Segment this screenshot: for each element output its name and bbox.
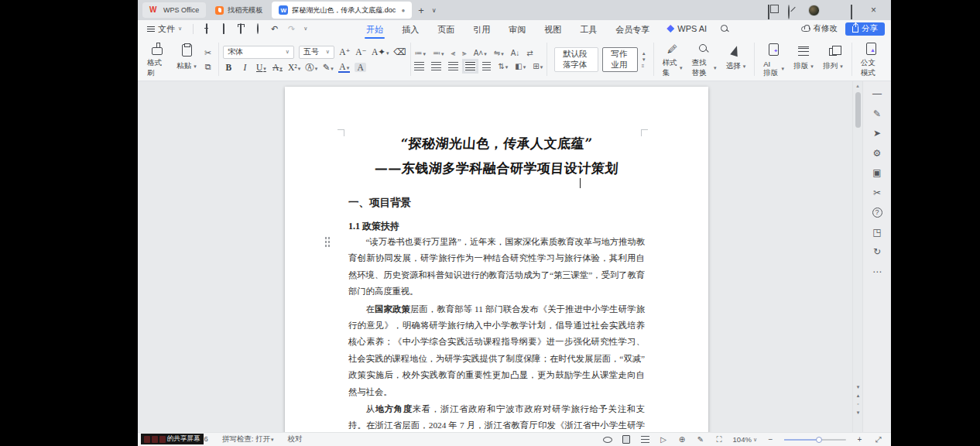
paragraph-shading-icon[interactable]: ◧ — [515, 62, 526, 70]
ink-pen-icon[interactable]: ✎ — [696, 435, 706, 444]
sticker-icon[interactable]: ◳ — [871, 228, 883, 238]
underline-button[interactable]: U — [255, 63, 267, 72]
saved-status[interactable]: 有修改 — [801, 23, 838, 34]
redo-button[interactable]: ↷ — [286, 24, 296, 34]
numbered-list-icon[interactable]: ≕ — [433, 49, 444, 57]
minimize-button[interactable] — [831, 5, 840, 15]
border-icon[interactable]: ⊞ — [533, 62, 543, 70]
tab-review[interactable]: 审阅 — [499, 22, 535, 36]
tab-insert[interactable]: 插入 — [392, 22, 428, 36]
zoom-slider[interactable] — [784, 439, 846, 441]
scrollbar-thumb[interactable] — [855, 92, 861, 128]
paragraph-drag-handle[interactable] — [324, 236, 331, 247]
close-button[interactable]: × — [871, 5, 880, 15]
fit-page-icon[interactable]: ⛶ — [714, 435, 725, 444]
next-page-button[interactable]: ▾ — [857, 410, 860, 415]
edit-pen-icon[interactable]: ✎ — [871, 109, 883, 119]
select-arrow-icon[interactable]: ➤ — [871, 129, 883, 139]
tab-wps-ai[interactable]: WPS AI — [659, 24, 714, 33]
circled-char-button[interactable]: Ⓐ — [305, 62, 317, 74]
zoom-slider-knob[interactable] — [816, 437, 822, 443]
fullscreen-icon[interactable]: ⤢ — [873, 435, 883, 444]
tab-tools[interactable]: 工具 — [571, 22, 606, 36]
bold-button[interactable]: B — [223, 63, 235, 72]
zoom-in-button[interactable]: + — [855, 435, 865, 444]
find-replace-button[interactable]: 查找替换 — [687, 39, 721, 79]
increase-font-icon[interactable]: A⁺ — [339, 46, 351, 57]
tab-references[interactable]: 引用 — [464, 22, 499, 36]
maximize-button[interactable] — [851, 5, 860, 15]
browse-object-button[interactable]: ▫ — [857, 401, 858, 407]
char-scale-icon[interactable]: A˄ — [474, 49, 487, 57]
tab-docer-templates[interactable]: 找稻壳模板 — [208, 2, 269, 18]
zoom-out-button[interactable]: − — [766, 435, 776, 444]
customize-toolbar-caret[interactable]: ∨ — [303, 26, 307, 32]
proofread-button[interactable]: 校对 — [288, 434, 303, 444]
char-shading-button[interactable]: A — [355, 63, 366, 72]
sync-icon[interactable]: ↻ — [871, 247, 883, 257]
tab-wps-home[interactable]: W WPS Office — [142, 2, 206, 18]
search-icon[interactable] — [721, 25, 729, 33]
align-left-icon[interactable] — [414, 62, 424, 70]
gallery-up-icon[interactable]: ▲ — [642, 51, 646, 56]
clear-format-icon[interactable]: ⌫ — [393, 46, 406, 57]
vertical-scrollbar[interactable]: ▲ ▾ ▴ ▫ ▾ — [852, 81, 862, 432]
save-button[interactable] — [201, 24, 211, 34]
tab-member[interactable]: 会员专享 — [606, 22, 659, 36]
user-avatar[interactable] — [808, 5, 820, 16]
copy-icon[interactable]: ⧉ — [204, 62, 211, 71]
switch-window-icon[interactable] — [768, 5, 777, 15]
web-view-icon[interactable]: ⊕ — [677, 435, 687, 444]
font-color-button[interactable]: A — [338, 62, 350, 73]
italic-button[interactable]: I — [239, 63, 251, 72]
style-set-button[interactable]: 🖉 样式集 — [657, 39, 687, 79]
distribute-icon[interactable] — [482, 62, 491, 70]
print-preview-button[interactable] — [252, 24, 262, 34]
tab-page[interactable]: 页面 — [428, 22, 464, 36]
previous-page-button[interactable]: ▴ — [857, 393, 860, 398]
text-direction-icon[interactable]: ⇋ — [494, 49, 504, 57]
style-homework[interactable]: 写作业用 — [602, 47, 638, 72]
style-default-font[interactable]: 默认段落字体 — [554, 47, 598, 72]
tab-home[interactable]: 开始 — [357, 22, 392, 36]
cut-icon[interactable]: ✂ — [204, 48, 211, 57]
eye-protect-icon[interactable] — [603, 435, 613, 444]
select-button[interactable]: 选择 — [721, 39, 750, 79]
cut-tool-icon[interactable]: ✂ — [871, 188, 883, 198]
increase-indent-icon[interactable]: ⫸ — [462, 49, 467, 58]
font-name-select[interactable]: 宋体 ∨ — [223, 46, 294, 59]
undo-button[interactable]: ↶ — [269, 24, 279, 34]
gallery-more-icon[interactable]: ≡ — [642, 63, 646, 68]
tab-document[interactable]: W 探秘湖光山色，传承人文底蕴.doc ● — [272, 2, 412, 19]
print-button[interactable] — [235, 24, 245, 34]
scroll-down-icon[interactable]: ▾ — [857, 384, 860, 389]
strikethrough-button[interactable]: A — [272, 63, 283, 72]
more-icon[interactable]: ⋯ — [871, 267, 883, 277]
outline-view-icon[interactable] — [640, 435, 650, 444]
document-page[interactable]: “探秘湖光山色，传承人文底蕴” ——东钱湖多学科融合研学项目设计策划 一、项目背… — [285, 87, 708, 432]
play-view-icon[interactable]: ▷ — [659, 435, 669, 444]
paste-button[interactable]: 粘贴 — [172, 39, 201, 79]
official-doc-mode-button[interactable]: ▲ 公文模式 — [856, 39, 886, 79]
tab-list-caret[interactable]: ∨ — [428, 7, 440, 14]
align-center-icon[interactable] — [431, 62, 441, 70]
properties-icon[interactable]: ⚙ — [871, 149, 883, 159]
settings-wheel-icon[interactable] — [788, 5, 797, 15]
decrease-indent-icon[interactable]: ⫷ — [451, 49, 455, 58]
collapse-icon[interactable]: — — [871, 89, 883, 99]
scroll-up-icon[interactable]: ▲ — [855, 84, 860, 88]
document-canvas[interactable]: “探秘湖光山色，传承人文底蕴” ——东钱湖多学科融合研学项目设计策划 一、项目背… — [138, 81, 852, 432]
line-spacing-icon[interactable]: ⇅ — [498, 62, 508, 70]
file-menu-button[interactable]: 文件 ∨ — [144, 23, 185, 35]
gallery-down-icon[interactable]: ▼ — [642, 57, 646, 62]
help-icon[interactable]: ? — [872, 208, 882, 218]
share-button[interactable]: 分享 — [845, 22, 885, 36]
superscript-button[interactable]: X² — [288, 63, 300, 72]
tab-view[interactable]: 视图 — [535, 22, 571, 36]
style-gallery-arrows[interactable]: ▲ ▼ ≡ — [642, 51, 646, 68]
decrease-font-icon[interactable]: A⁻ — [355, 46, 367, 57]
format-painter-button[interactable]: 格式刷 — [142, 39, 172, 79]
highlight-pen-button[interactable]: ✎ — [322, 62, 334, 73]
page-view-icon[interactable] — [622, 435, 632, 444]
image-tool-icon[interactable]: ▣ — [871, 168, 883, 178]
